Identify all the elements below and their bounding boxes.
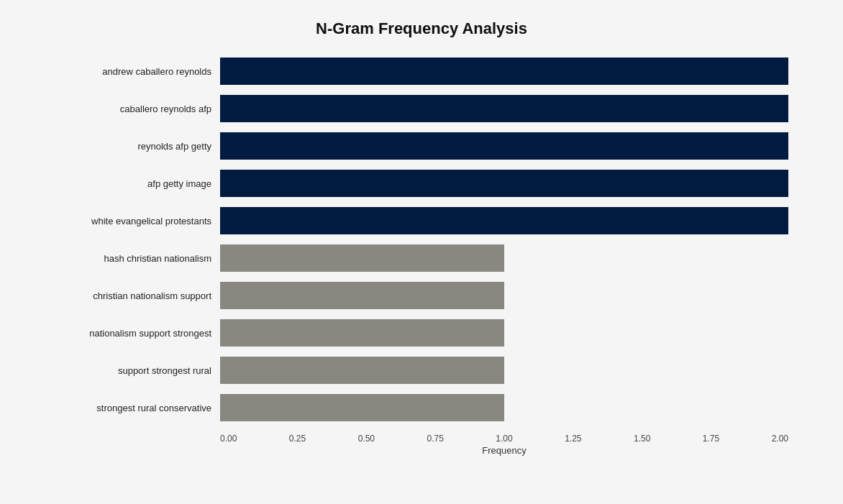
bar-row: strongest rural conservative (55, 389, 788, 426)
x-axis-title: Frequency (220, 445, 788, 456)
bar-track (220, 58, 788, 85)
bar-row: christian nationalism support (55, 277, 788, 314)
bar-fill (220, 319, 504, 347)
bar-track (220, 319, 788, 347)
bar-track (220, 207, 788, 234)
x-axis: 0.000.250.500.751.001.251.501.752.00 (220, 431, 788, 444)
bar-row: caballero reynolds afp (55, 90, 788, 127)
bar-row: nationalism support strongest (55, 314, 788, 352)
bar-row: white evangelical protestants (55, 202, 788, 239)
bar-fill (220, 95, 788, 122)
bar-label: support strongest rural (55, 365, 220, 376)
bar-label: christian nationalism support (55, 290, 220, 301)
bar-track (220, 244, 788, 272)
bar-row: afp getty image (55, 165, 788, 202)
bar-fill (220, 58, 788, 85)
bar-fill (220, 357, 504, 384)
x-tick-label: 1.50 (634, 434, 650, 444)
x-tick-label: 0.50 (358, 434, 375, 444)
x-tick-label: 1.75 (703, 434, 719, 444)
bar-label: reynolds afp getty (55, 141, 220, 152)
bar-track (220, 282, 788, 309)
bar-fill (220, 244, 504, 272)
bar-fill (220, 282, 504, 309)
bar-track (220, 170, 788, 197)
bar-track (220, 357, 788, 384)
bar-label: afp getty image (55, 178, 220, 189)
chart-area: andrew caballero reynoldscaballero reyno… (55, 52, 788, 426)
bar-row: reynolds afp getty (55, 127, 788, 165)
bar-row: hash christian nationalism (55, 239, 788, 277)
x-axis-labels: 0.000.250.500.751.001.251.501.752.00 (220, 431, 788, 444)
bar-label: nationalism support strongest (55, 328, 220, 339)
x-tick-label: 1.25 (565, 434, 581, 444)
bar-track (220, 95, 788, 122)
x-tick-label: 0.75 (427, 434, 443, 444)
bar-fill (220, 394, 504, 421)
bar-label: hash christian nationalism (55, 253, 220, 264)
bar-label: white evangelical protestants (55, 216, 220, 226)
bar-label: andrew caballero reynolds (55, 66, 220, 77)
bar-track (220, 394, 788, 421)
bar-fill (220, 170, 788, 197)
bar-row: andrew caballero reynolds (55, 52, 788, 90)
x-tick-label: 0.00 (220, 434, 237, 444)
chart-title: N-Gram Frequency Analysis (55, 19, 788, 38)
x-tick-label: 1.00 (496, 434, 512, 444)
bar-fill (220, 207, 788, 234)
bar-label: caballero reynolds afp (55, 104, 220, 114)
bar-track (220, 132, 788, 160)
chart-container: N-Gram Frequency Analysis andrew caballe… (26, 5, 817, 499)
x-tick-label: 0.25 (289, 434, 306, 444)
x-tick-label: 2.00 (772, 434, 788, 444)
bar-label: strongest rural conservative (55, 403, 220, 413)
bar-fill (220, 132, 788, 160)
bar-row: support strongest rural (55, 352, 788, 389)
